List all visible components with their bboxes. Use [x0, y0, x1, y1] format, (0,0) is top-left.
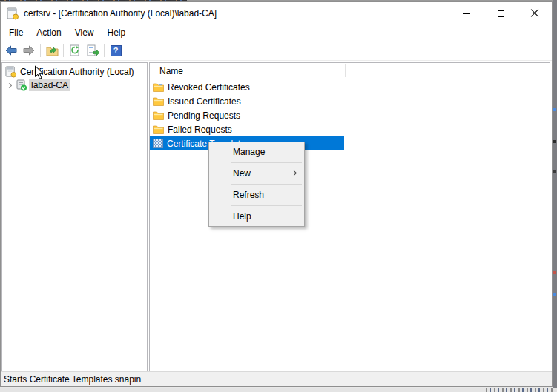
tree-item-label: labad-CA — [29, 79, 70, 91]
back-button[interactable] — [2, 42, 20, 59]
mouse-cursor — [34, 65, 45, 80]
list-item-label: Failed Requests — [168, 124, 232, 135]
statusbar: Starts Certificate Templates snapin — [1, 371, 552, 386]
refresh-button[interactable] — [66, 42, 84, 59]
certificate-templates-icon — [153, 139, 163, 148]
tree-item-labad-ca[interactable]: labad-CA — [2, 79, 147, 92]
export-list-icon — [87, 44, 99, 56]
menubar: File Action View Help — [1, 24, 552, 41]
minimize-icon — [463, 13, 470, 14]
window-title: certsrv - [Certification Authority (Loca… — [24, 8, 217, 19]
certification-authority-icon — [5, 66, 17, 78]
maximize-icon — [498, 10, 504, 17]
back-arrow-icon — [5, 45, 17, 56]
context-menu-item-manage[interactable]: Manage — [209, 144, 304, 160]
maximize-button[interactable] — [484, 2, 518, 24]
folder-icon — [153, 110, 164, 120]
background-artifact-speck — [553, 271, 556, 274]
list-item-label: Revoked Certificates — [168, 82, 250, 93]
console-tree-folder-icon — [46, 45, 59, 56]
close-icon — [530, 9, 539, 18]
ca-server-icon — [16, 79, 27, 91]
menu-action[interactable]: Action — [30, 25, 67, 40]
context-menu-separator — [231, 205, 302, 206]
context-menu-label: Refresh — [233, 190, 264, 200]
background-artifact-right — [553, 0, 557, 392]
toolbar-separator — [104, 44, 105, 57]
forward-button[interactable] — [20, 42, 38, 59]
list-item-label: Pending Requests — [168, 110, 240, 121]
background-artifact-speck — [553, 140, 556, 143]
forward-arrow-icon — [23, 45, 35, 56]
background-artifact-speck — [553, 293, 556, 296]
help-icon: ? — [111, 45, 122, 56]
list-item-revoked-certificates[interactable]: Revoked Certificates — [150, 80, 344, 94]
folder-icon — [153, 82, 164, 92]
list-item-label: Issued Certificates — [168, 96, 241, 107]
context-menu-item-help[interactable]: Help — [209, 208, 304, 225]
toolbar-separator — [63, 44, 64, 57]
close-button[interactable] — [518, 2, 552, 24]
toolbar: ? — [1, 41, 552, 61]
background-artifact-bottom — [0, 388, 557, 392]
refresh-icon — [69, 44, 81, 56]
menu-view[interactable]: View — [68, 25, 101, 40]
context-menu-label: Manage — [233, 147, 265, 157]
menu-help[interactable]: Help — [101, 25, 133, 40]
context-menu-separator — [231, 162, 302, 163]
status-text: Starts Certificate Templates snapin — [4, 374, 141, 385]
context-menu-separator — [231, 184, 302, 185]
background-artifact-top-line — [187, 0, 553, 1]
expand-chevron-icon[interactable] — [7, 82, 12, 87]
folder-icon — [153, 124, 164, 134]
console-tree-button[interactable] — [43, 42, 61, 59]
column-separator[interactable] — [345, 64, 346, 77]
list-item-pending-requests[interactable]: Pending Requests — [150, 108, 344, 122]
menu-file[interactable]: File — [2, 25, 30, 40]
export-list-button[interactable] — [84, 42, 102, 59]
context-menu-item-new[interactable]: New — [209, 165, 304, 182]
toolbar-separator — [40, 44, 41, 57]
context-menu-label: Help — [233, 211, 251, 222]
certsrv-app-icon — [7, 7, 19, 20]
column-header-name[interactable]: Name — [150, 66, 183, 76]
folder-icon — [153, 96, 164, 106]
background-artifact-speck — [553, 170, 556, 173]
console-tree-pane: Certification Authority (Local) labad-CA — [1, 62, 148, 371]
list-header: Name — [150, 63, 550, 79]
submenu-arrow-icon — [291, 170, 297, 176]
background-artifact-speck — [553, 108, 556, 111]
caption-buttons — [449, 2, 552, 24]
minimize-button[interactable] — [449, 2, 484, 24]
context-menu-item-refresh[interactable]: Refresh — [209, 187, 304, 203]
background-artifact-marks — [486, 388, 554, 392]
context-menu-label: New — [233, 168, 251, 179]
help-button[interactable]: ? — [107, 42, 125, 59]
list-item-failed-requests[interactable]: Failed Requests — [150, 122, 344, 136]
tree-item-certification-authority[interactable]: Certification Authority (Local) — [2, 65, 147, 79]
statusbar-separator — [492, 374, 492, 385]
list-item-issued-certificates[interactable]: Issued Certificates — [150, 94, 344, 108]
list-rows: Revoked Certificates Issued Certificates… — [150, 80, 344, 150]
titlebar: certsrv - [Certification Authority (Loca… — [1, 2, 552, 24]
context-menu: Manage New Refresh Help — [208, 142, 305, 227]
